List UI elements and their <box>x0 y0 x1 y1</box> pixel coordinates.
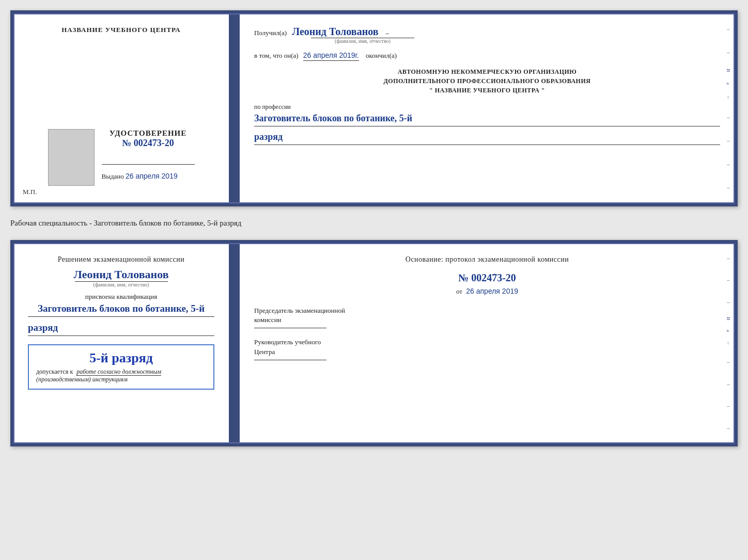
director-block: Руководитель учебного Центра <box>254 338 720 360</box>
profession-value: Заготовитель блоков по ботанике, 5-й <box>254 113 720 124</box>
person-name-bottom: Леонид Толованов <box>28 268 214 281</box>
protocol-date-value: 26 апреля 2019 <box>466 287 518 295</box>
photo-placeholder <box>48 129 95 186</box>
received-name: Леонид Толованов <box>292 26 378 38</box>
chairman-title2: комиссии <box>254 315 720 325</box>
issued-date: Выдано 26 апреля 2019 <box>102 172 195 181</box>
profession-prefix: по профессии <box>254 103 720 111</box>
rank-box: 5-й разряд допускается к работе согласно… <box>28 344 214 390</box>
rank-value: разряд <box>254 132 720 142</box>
right-deco-top: – – И а ← – – – – <box>723 13 734 203</box>
org-line1: АВТОНОМНУЮ НЕКОММЕРЧЕСКУЮ ОРГАНИЗАЦИЮ <box>254 67 720 76</box>
rank-box-big: 5-й разряд <box>36 350 206 366</box>
bottom-right-panel: Основание: протокол экзаменационной коми… <box>240 243 735 443</box>
confirm-text: в том, что он(а) <box>254 52 299 59</box>
profession-block: по профессии Заготовитель блоков по бота… <box>254 103 720 145</box>
right-deco-bottom: – – – И а ← – – – – <box>723 243 734 443</box>
top-document: НАЗВАНИЕ УЧЕБНОГО ЦЕНТРА УДОСТОВЕРЕНИЕ №… <box>10 10 738 206</box>
director-title2: Центра <box>254 347 720 357</box>
protocol-date-prefix: от <box>456 287 462 295</box>
chairman-block: Председатель экзаменационной комиссии <box>254 306 720 328</box>
issued-date-value: 26 апреля 2019 <box>126 172 178 180</box>
org-line2: ДОПОЛНИТЕЛЬНОГО ПРОФЕССИОНАЛЬНОГО ОБРАЗО… <box>254 76 720 86</box>
page-container: НАЗВАНИЕ УЧЕБНОГО ЦЕНТРА УДОСТОВЕРЕНИЕ №… <box>10 10 738 446</box>
allowed-underline: работе согласно должностным <box>76 368 161 376</box>
allowed-suffix: (производственным) инструкциям <box>36 376 128 383</box>
fio-sub-top: (фамилия, имя, отчество) <box>311 38 414 44</box>
mp-label: М.П. <box>23 188 37 196</box>
org-line3: " НАЗВАНИЕ УЧЕБНОГО ЦЕНТРА " <box>254 86 720 95</box>
protocol-date: от 26 апреля 2019 <box>254 287 720 296</box>
cert-title: УДОСТОВЕРЕНИЕ <box>102 129 195 138</box>
allowed-block: допускается к работе согласно должностны… <box>36 368 206 383</box>
allowed-prefix: допускается к <box>36 368 73 375</box>
org-block: АВТОНОМНУЮ НЕКОММЕРЧЕСКУЮ ОРГАНИЗАЦИЮ ДО… <box>254 67 720 95</box>
top-center-name: НАЗВАНИЕ УЧЕБНОГО ЦЕНТРА <box>61 26 181 34</box>
chairman-signature-line <box>254 328 326 328</box>
protocol-number: № 002473-20 <box>254 272 720 284</box>
chairman-title: Председатель экзаменационной <box>254 306 720 315</box>
received-prefix: Получил(а) <box>254 29 287 37</box>
qualification-prefix: присвоена квалификация <box>28 293 214 301</box>
cert-number: № 002473-20 <box>102 138 195 149</box>
received-block: Получил(а) Леонид Толованов – (фамилия, … <box>254 26 720 44</box>
spine-top <box>230 13 240 203</box>
issued-prefix: Выдано <box>102 172 124 180</box>
director-title: Руководитель учебного <box>254 338 720 347</box>
top-right-panel: Получил(а) Леонид Толованов – (фамилия, … <box>240 13 735 203</box>
commission-title: Решением экзаменационной комиссии <box>28 255 214 264</box>
fio-sub-bottom: (фамилия, имя, отчество) <box>75 281 168 287</box>
specialty-label: Рабочая специальность - Заготовитель бло… <box>10 216 738 231</box>
bottom-left-panel: Решением экзаменационной комиссии Леонид… <box>13 243 230 443</box>
rank-bottom: разряд <box>28 322 214 333</box>
director-signature-line <box>254 360 326 360</box>
confirm-suffix: окончил(а) <box>366 52 397 59</box>
spine-bottom <box>230 243 240 443</box>
basis-title: Основание: протокол экзаменационной коми… <box>254 255 720 264</box>
qualification-value: Заготовитель блоков по ботанике, 5-й <box>28 303 214 314</box>
bottom-document: Решением экзаменационной комиссии Леонид… <box>10 240 738 446</box>
confirm-line: в том, что он(а) 26 апреля 2019г. окончи… <box>254 51 720 60</box>
confirm-date: 26 апреля 2019г. <box>303 51 359 61</box>
top-left-panel: НАЗВАНИЕ УЧЕБНОГО ЦЕНТРА УДОСТОВЕРЕНИЕ №… <box>13 13 230 203</box>
